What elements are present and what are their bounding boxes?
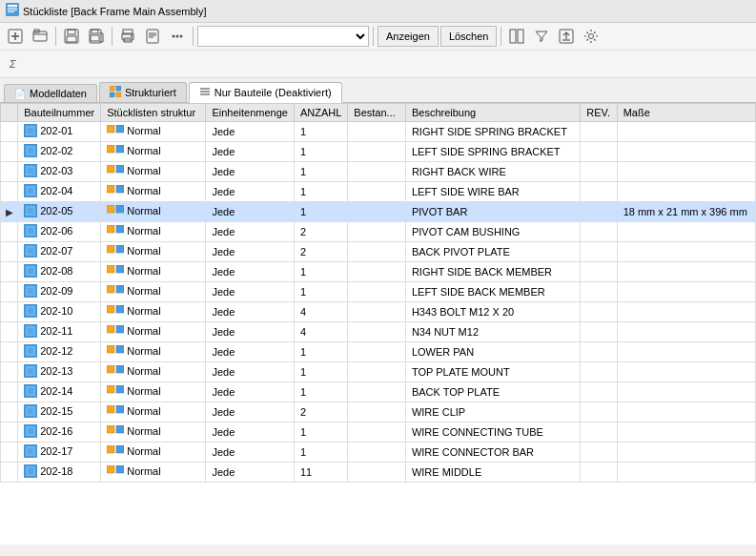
cell-bestand (348, 162, 406, 182)
table-row[interactable]: 202-06 Normal Jede 2 PIVOT CAM BUSHING (1, 222, 756, 242)
cell-einheit: Jede (206, 222, 295, 242)
svg-rect-124 (107, 445, 114, 453)
cell-bestand (348, 322, 406, 342)
table-row[interactable]: 202-10 Normal Jede 4 H343 BOLT M12 X 20 (1, 302, 756, 322)
toolbar-btn-save[interactable] (60, 25, 83, 48)
toolbar-btn-open[interactable] (29, 25, 51, 48)
svg-rect-79 (107, 265, 114, 273)
cell-anzahl: 1 (294, 342, 347, 362)
cell-rev (581, 402, 617, 422)
cell-masse (617, 162, 755, 182)
table-row[interactable]: 202-15 Normal Jede 2 WIRE CLIP (1, 402, 756, 422)
cell-beschreibung: WIRE CLIP (405, 402, 580, 422)
loeschen-button[interactable]: Löschen (440, 26, 498, 47)
col-header-anzahl[interactable]: ANZAHL (294, 104, 347, 122)
table-row[interactable]: ▶ 202-05 Normal Jede 1 PIVOT BAR 18 mm x… (1, 202, 756, 222)
cell-einheit: Jede (206, 402, 295, 422)
cell-masse (617, 302, 755, 322)
svg-rect-44 (107, 125, 114, 133)
cell-masse (617, 402, 755, 422)
svg-rect-98 (28, 348, 33, 354)
table-row[interactable]: 202-04 Normal Jede 1 LEFT SIDE WIRE BAR (1, 182, 756, 202)
table-body: 202-01 Normal Jede 1 RIGHT SIDE SPRING B… (1, 122, 756, 483)
cell-struktur: Normal (101, 342, 206, 362)
col-header-struktur[interactable]: Stücklisten struktur (101, 104, 206, 122)
table-row[interactable]: 202-13 Normal Jede 1 TOP PLATE MOUNT (1, 362, 756, 382)
toolbar-btn-print[interactable] (116, 25, 139, 48)
cell-beschreibung: TOP PLATE MOUNT (405, 362, 580, 382)
svg-rect-74 (107, 245, 114, 253)
table-row[interactable]: 202-02 Normal Jede 1 LEFT SIDE SPRING BR… (1, 142, 756, 162)
cell-anzahl: 11 (294, 463, 347, 483)
cell-einheit: Jede (206, 322, 295, 342)
col-header-rev[interactable]: REV. (581, 104, 617, 122)
cell-beschreibung: RIGHT SIDE SPRING BRACKET (405, 122, 580, 142)
table-row[interactable]: 202-12 Normal Jede 1 LOWER PAN (1, 342, 756, 362)
col-header-bestand[interactable]: Bestan... (348, 104, 406, 122)
row-indicator (1, 302, 18, 322)
table-row[interactable]: 202-07 Normal Jede 2 BACK PIVOT PLATE (1, 242, 756, 262)
toolbar-btn-saveas[interactable] (85, 25, 108, 48)
col-header-beschreibung[interactable]: Beschreibung (405, 104, 580, 122)
toolbar-btn-cols[interactable] (505, 25, 528, 48)
table-row[interactable]: 202-11 Normal Jede 4 N34 NUT M12 (1, 322, 756, 342)
col-header-einheit[interactable]: Einheitenmenge (206, 104, 295, 122)
cell-beschreibung: BACK TOP PLATE (405, 382, 580, 402)
row-indicator (1, 322, 18, 342)
tab-modelldaten[interactable]: 📄 Modelldaten (4, 84, 97, 102)
cell-bauteilnummer: 202-04 (18, 182, 101, 202)
cell-einheit: Jede (206, 202, 295, 222)
table-row[interactable]: 202-03 Normal Jede 1 RIGHT BACK WIRE (1, 162, 756, 182)
svg-rect-37 (116, 93, 121, 97)
cell-bestand (348, 362, 406, 382)
cell-struktur: Normal (101, 302, 206, 322)
svg-rect-130 (116, 465, 124, 473)
cell-rev (581, 242, 617, 262)
cell-struktur: Normal (101, 402, 206, 422)
anzeigen-button[interactable]: Anzeigen (378, 26, 439, 47)
svg-rect-104 (107, 365, 114, 373)
tab-nur-bauteile-label: Nur Bauteile (Deaktiviert) (215, 87, 332, 98)
cell-einheit: Jede (206, 443, 295, 463)
tab-modelldaten-label: Modelldaten (30, 88, 87, 99)
table-row[interactable]: 202-17 Normal Jede 1 WIRE CONNECTOR BAR (1, 443, 756, 463)
toolbar-btn-settings[interactable] (580, 25, 603, 48)
cell-bestand (348, 182, 406, 202)
toolbar-btn-preview[interactable] (141, 25, 164, 48)
svg-rect-103 (28, 368, 33, 374)
filter-combo[interactable] (197, 26, 369, 47)
cell-rev (581, 202, 617, 222)
toolbar-btn-filter[interactable] (530, 25, 553, 48)
cell-einheit: Jede (206, 262, 295, 282)
col-header-masse[interactable]: Maße (617, 104, 755, 122)
svg-rect-35 (116, 86, 121, 91)
svg-rect-12 (67, 36, 76, 42)
table-row[interactable]: 202-18 Normal Jede 11 WIRE MIDDLE (1, 463, 756, 483)
svg-rect-2 (8, 8, 17, 9)
table-row[interactable]: 202-09 Normal Jede 1 LEFT SIDE BACK MEMB… (1, 282, 756, 302)
table-row[interactable]: 202-08 Normal Jede 1 RIGHT SIDE BACK MEM… (1, 262, 756, 282)
tab-strukturiert[interactable]: Strukturiert (99, 82, 187, 102)
toolbar-btn-xi[interactable]: Σ (4, 52, 27, 75)
row-indicator (1, 122, 18, 142)
cell-masse (617, 282, 755, 302)
toolbar-btn-new[interactable] (4, 25, 27, 48)
cell-bestand (348, 222, 406, 242)
toolbar-btn-export[interactable] (555, 25, 578, 48)
cell-bauteilnummer: 202-07 (18, 242, 101, 262)
row-indicator: ▶ (1, 202, 18, 222)
col-header-bauteilnummer[interactable]: Bauteilnummer (18, 104, 101, 122)
table-container: Bauteilnummer Stücklisten struktur Einhe… (0, 103, 756, 545)
tab-nur-bauteile[interactable]: Nur Bauteile (Deaktiviert) (189, 82, 342, 103)
table-row[interactable]: 202-01 Normal Jede 1 RIGHT SIDE SPRING B… (1, 122, 756, 142)
svg-rect-49 (107, 145, 114, 153)
table-row[interactable]: 202-14 Normal Jede 1 BACK TOP PLATE (1, 382, 756, 402)
toolbar-btn-menu[interactable] (166, 25, 189, 48)
svg-rect-54 (107, 165, 114, 173)
cell-bauteilnummer: 202-01 (18, 122, 101, 142)
row-indicator (1, 342, 18, 362)
separator-2 (112, 27, 112, 46)
table-row[interactable]: 202-16 Normal Jede 1 WIRE CONNECTING TUB… (1, 422, 756, 443)
cell-struktur: Normal (101, 282, 206, 302)
cell-einheit: Jede (206, 342, 295, 362)
